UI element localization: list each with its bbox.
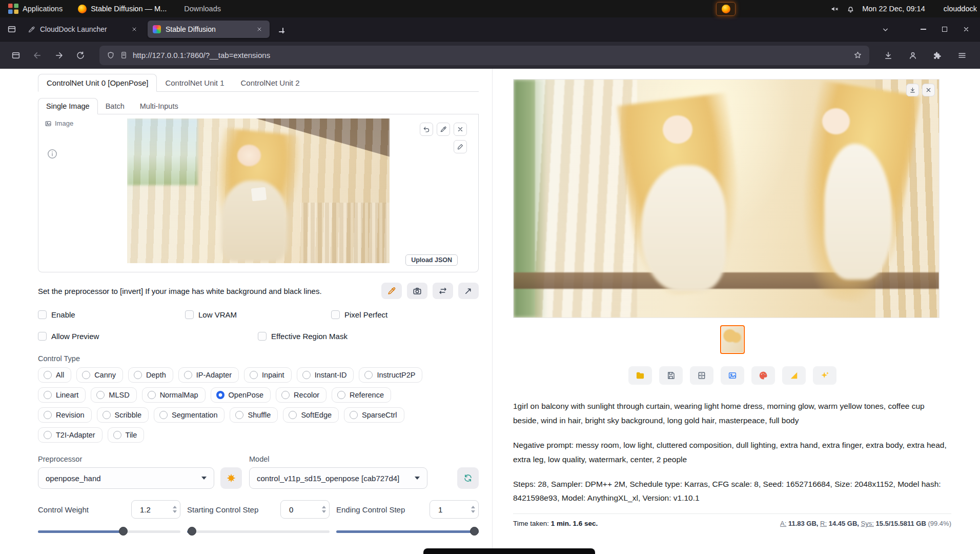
close-button[interactable] (959, 23, 973, 36)
send-to-sketch-button[interactable] (782, 366, 806, 385)
upload-json-button[interactable]: Upload JSON (405, 254, 458, 266)
downloads-button[interactable] (880, 47, 897, 64)
undo-icon[interactable] (420, 123, 433, 136)
url-text[interactable]: http://127.0.0.1:7860/?__tab=extensions (133, 51, 848, 60)
effective-region-mask-checkbox[interactable]: Effective Region Mask (258, 332, 348, 341)
run-preprocessor-button[interactable] (220, 467, 242, 489)
send-to-inpaint-button[interactable] (751, 366, 775, 385)
minimize-button[interactable] (916, 23, 930, 36)
control-type-softedge[interactable]: SoftEdge (283, 407, 339, 423)
download-image-icon[interactable] (906, 84, 919, 96)
dock-firefox-button[interactable] (716, 2, 736, 16)
input-image[interactable] (127, 118, 390, 263)
generated-image[interactable] (514, 80, 939, 318)
prompt-text[interactable]: 1girl on balcony with sunlight through c… (513, 399, 951, 428)
tab-close-icon[interactable] (254, 24, 264, 34)
control-type-recolor[interactable]: Recolor (276, 387, 326, 403)
shield-icon[interactable] (107, 51, 115, 60)
ending-step-input[interactable] (430, 500, 479, 519)
send-to-img2img-button[interactable] (721, 366, 744, 385)
bell-icon[interactable] (846, 5, 855, 13)
control-type-sparsectrl[interactable]: SparseCtrl (344, 407, 404, 423)
thumbnail-selected[interactable] (720, 325, 745, 354)
stepper-icons[interactable] (471, 501, 475, 518)
control-weight-value[interactable] (132, 505, 164, 514)
enable-checkbox[interactable]: Enable (38, 310, 75, 319)
control-type-openpose[interactable]: OpenPose (211, 387, 271, 403)
control-type-inpaint[interactable]: Inpaint (244, 367, 292, 383)
control-type-mlsd[interactable]: MLSD (91, 387, 136, 403)
preprocessor-dropdown[interactable]: openpose_hand (38, 467, 214, 489)
url-bar[interactable]: http://127.0.0.1:7860/?__tab=extensions (99, 46, 869, 65)
back-button[interactable] (29, 47, 46, 64)
control-weight-slider[interactable] (38, 527, 180, 536)
control-type-normalmap[interactable]: NormalMap (142, 387, 206, 403)
control-type-ip-adapter[interactable]: IP-Adapter (178, 367, 239, 383)
save-zip-button[interactable] (690, 366, 713, 385)
control-type-reference[interactable]: Reference (332, 387, 391, 403)
starting-step-value[interactable] (281, 505, 313, 514)
applications-menu[interactable]: Applications (4, 2, 67, 15)
slider-handle[interactable] (470, 527, 479, 536)
refresh-models-button[interactable] (457, 467, 479, 489)
control-type-all[interactable]: All (38, 367, 71, 383)
tab-multi-inputs[interactable]: Multi-Inputs (132, 98, 186, 114)
close-preview-icon[interactable] (922, 84, 935, 96)
control-type-shuffle[interactable]: Shuffle (230, 407, 278, 423)
page-info-icon[interactable] (120, 51, 128, 59)
account-button[interactable] (904, 47, 922, 64)
tab-stable-diffusion[interactable]: Stable Diffusion (148, 21, 270, 38)
bookmark-star-icon[interactable] (853, 51, 862, 60)
taskbar-window-downloads[interactable]: Downloads (178, 3, 227, 14)
control-type-t2i-adapter[interactable]: T2I-Adapter (38, 427, 103, 443)
tab-controlnet-unit-1[interactable]: ControlNet Unit 1 (157, 74, 232, 91)
pixel-perfect-checkbox[interactable]: Pixel Perfect (331, 310, 387, 319)
extensions-button[interactable] (929, 47, 946, 64)
tab-controlnet-unit-2[interactable]: ControlNet Unit 2 (233, 74, 308, 91)
edit-icon[interactable] (437, 123, 450, 136)
input-image-component[interactable]: Image (38, 114, 479, 272)
stepper-icons[interactable] (173, 501, 177, 518)
tab-close-icon[interactable] (129, 24, 139, 34)
control-type-lineart[interactable]: Lineart (38, 387, 86, 403)
clear-image-icon[interactable] (454, 123, 467, 136)
starting-step-slider[interactable] (187, 527, 330, 536)
open-folder-button[interactable] (628, 366, 652, 385)
allow-preview-checkbox[interactable]: Allow Preview (38, 332, 99, 341)
volume-muted-icon[interactable] (830, 5, 839, 13)
send-to-extras-button[interactable] (813, 366, 836, 385)
control-type-canny[interactable]: Canny (76, 367, 123, 383)
slider-handle[interactable] (119, 527, 128, 536)
low-vram-checkbox[interactable]: Low VRAM (185, 310, 237, 319)
info-icon[interactable] (47, 148, 58, 160)
ending-step-value[interactable] (430, 505, 462, 514)
control-type-tile[interactable]: Tile (108, 427, 145, 443)
tab-controlnet-unit-0[interactable]: ControlNet Unit 0 [OpenPose] (38, 74, 157, 92)
webcam-button[interactable] (407, 283, 427, 299)
control-type-segmentation[interactable]: Segmentation (154, 407, 224, 423)
ending-step-slider[interactable] (336, 527, 479, 536)
generation-params-text[interactable]: Steps: 28, Sampler: DPM++ 2M, Schedule t… (513, 477, 951, 506)
send-dimensions-button[interactable] (458, 283, 479, 299)
control-type-instant-id[interactable]: Instant-ID (297, 367, 354, 383)
forward-button[interactable] (50, 47, 68, 64)
browser-window-icon[interactable] (7, 47, 25, 64)
clock[interactable]: Mon 22 Dec, 09:14 (862, 5, 925, 13)
tab-clouddock-launcher[interactable]: CloudDock Launcher (23, 21, 145, 38)
brush-icon[interactable] (454, 140, 467, 153)
list-all-tabs-button[interactable] (877, 22, 893, 37)
mirror-webcam-button[interactable] (433, 283, 453, 299)
tab-single-image[interactable]: Single Image (38, 98, 98, 114)
stepper-icons[interactable] (322, 501, 326, 518)
save-button[interactable] (659, 366, 683, 385)
slider-handle[interactable] (188, 527, 196, 536)
new-canvas-button[interactable] (381, 283, 402, 299)
model-dropdown[interactable]: control_v11p_sd15_openpose [cab727d4] (249, 467, 427, 489)
menu-button[interactable] (953, 47, 971, 64)
negative-prompt-text[interactable]: Negative prompt: messy room, low light, … (513, 438, 951, 467)
tab-batch[interactable]: Batch (98, 98, 132, 114)
reload-button[interactable] (72, 47, 89, 64)
control-type-instructp2p[interactable]: InstructP2P (359, 367, 422, 383)
maximize-button[interactable] (938, 23, 951, 36)
starting-step-input[interactable] (280, 500, 330, 519)
